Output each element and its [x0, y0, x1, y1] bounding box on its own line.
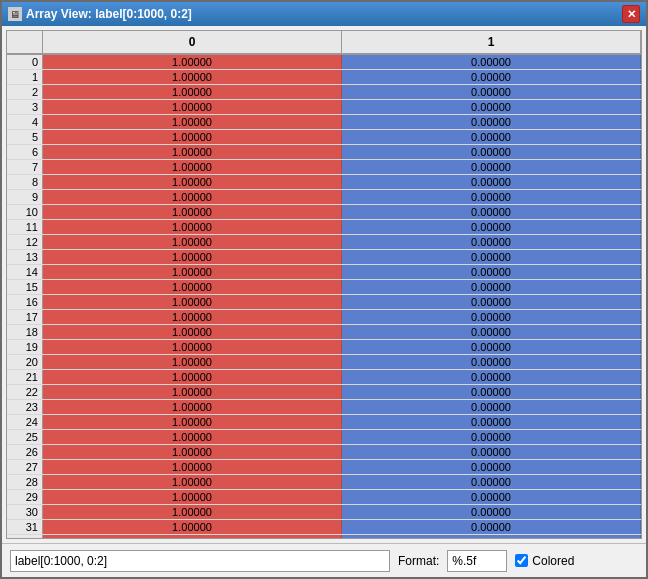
cell-col0: 1.00000 — [43, 175, 342, 189]
row-number: 5 — [7, 130, 43, 144]
row-number: 17 — [7, 310, 43, 324]
cell-col0: 1.00000 — [43, 505, 342, 519]
cell-col0: 1.00000 — [43, 475, 342, 489]
cell-col0: 1.00000 — [43, 325, 342, 339]
cell-col0: 1.00000 — [43, 400, 342, 414]
cell-col0: 1.00000 — [43, 235, 342, 249]
row-number: 12 — [7, 235, 43, 249]
cell-col0: 1.00000 — [43, 370, 342, 384]
row-number: 21 — [7, 370, 43, 384]
cell-col1: 0.00000 — [342, 325, 641, 339]
colored-checkbox[interactable] — [515, 554, 528, 567]
table-row: 141.000000.00000 — [7, 265, 641, 280]
cell-col1: 0.00000 — [342, 295, 641, 309]
table-row: 231.000000.00000 — [7, 400, 641, 415]
table-row: 171.000000.00000 — [7, 310, 641, 325]
table-row: 111.000000.00000 — [7, 220, 641, 235]
cell-col1: 0.00000 — [342, 250, 641, 264]
cell-col1: 0.00000 — [342, 445, 641, 459]
cell-col1: 0.00000 — [342, 520, 641, 534]
cell-col1: 0.00000 — [342, 310, 641, 324]
row-number: 1 — [7, 70, 43, 84]
row-number: 25 — [7, 430, 43, 444]
row-number: 0 — [7, 55, 43, 69]
cell-col0: 1.00000 — [43, 205, 342, 219]
row-number: 30 — [7, 505, 43, 519]
table-row: 71.000000.00000 — [7, 160, 641, 175]
row-number: 4 — [7, 115, 43, 129]
cell-col1: 0.00000 — [342, 145, 641, 159]
table-row: 211.000000.00000 — [7, 370, 641, 385]
cell-col0: 1.00000 — [43, 145, 342, 159]
cell-col0: 1.00000 — [43, 115, 342, 129]
cell-col1: 0.00000 — [342, 130, 641, 144]
row-number: 7 — [7, 160, 43, 174]
array-view-window: 🖥 Array View: label[0:1000, 0:2] ✕ 0 1 0… — [0, 0, 648, 579]
table-row: 61.000000.00000 — [7, 145, 641, 160]
colored-label: Colored — [532, 554, 574, 568]
row-number: 23 — [7, 400, 43, 414]
row-number: 6 — [7, 145, 43, 159]
row-number: 3 — [7, 100, 43, 114]
table-row: 241.000000.00000 — [7, 415, 641, 430]
table-row: 81.000000.00000 — [7, 175, 641, 190]
table-row: 101.000000.00000 — [7, 205, 641, 220]
cell-col1: 0.00000 — [342, 115, 641, 129]
cell-col0: 1.00000 — [43, 310, 342, 324]
format-label: Format: — [398, 554, 439, 568]
cell-col1: 0.00000 — [342, 85, 641, 99]
col-header-1: 1 — [342, 31, 641, 53]
cell-col1: 0.00000 — [342, 355, 641, 369]
table-header: 0 1 — [7, 31, 641, 55]
table-row: 21.000000.00000 — [7, 85, 641, 100]
cell-col0: 1.00000 — [43, 520, 342, 534]
title-bar-left: 🖥 Array View: label[0:1000, 0:2] — [8, 7, 192, 21]
cell-col1: 0.00000 — [342, 505, 641, 519]
table-row: 291.000000.00000 — [7, 490, 641, 505]
table-row: 151.000000.00000 — [7, 280, 641, 295]
cell-col0: 1.00000 — [43, 190, 342, 204]
cell-col0: 1.00000 — [43, 55, 342, 69]
row-number: 15 — [7, 280, 43, 294]
cell-col1: 0.00000 — [342, 370, 641, 384]
cell-col0: 1.00000 — [43, 130, 342, 144]
row-number: 13 — [7, 250, 43, 264]
table-row: 181.000000.00000 — [7, 325, 641, 340]
row-number: 19 — [7, 340, 43, 354]
row-number: 20 — [7, 355, 43, 369]
row-number: 10 — [7, 205, 43, 219]
label-input[interactable] — [10, 550, 390, 572]
row-number: 16 — [7, 295, 43, 309]
table-body[interactable]: 01.000000.0000011.000000.0000021.000000.… — [7, 55, 641, 538]
table-row: 11.000000.00000 — [7, 70, 641, 85]
cell-col0: 1.00000 — [43, 70, 342, 84]
table-row: 251.000000.00000 — [7, 430, 641, 445]
cell-col1: 0.00000 — [342, 490, 641, 504]
row-number: 11 — [7, 220, 43, 234]
close-button[interactable]: ✕ — [622, 5, 640, 23]
col-header-0: 0 — [43, 31, 342, 53]
cell-col0: 1.00000 — [43, 85, 342, 99]
format-input[interactable] — [447, 550, 507, 572]
cell-col1: 0.00000 — [342, 100, 641, 114]
table-row: 51.000000.00000 — [7, 130, 641, 145]
row-number: 26 — [7, 445, 43, 459]
cell-col0: 1.00000 — [43, 385, 342, 399]
window-icon: 🖥 — [8, 7, 22, 21]
cell-col1: 0.00000 — [342, 535, 641, 538]
table-row: 41.000000.00000 — [7, 115, 641, 130]
cell-col1: 0.00000 — [342, 205, 641, 219]
row-number: 9 — [7, 190, 43, 204]
cell-col1: 0.00000 — [342, 415, 641, 429]
colored-checkbox-area: Colored — [515, 554, 574, 568]
cell-col0: 1.00000 — [43, 340, 342, 354]
cell-col1: 0.00000 — [342, 160, 641, 174]
cell-col0: 1.00000 — [43, 445, 342, 459]
row-number: 29 — [7, 490, 43, 504]
cell-col0: 1.00000 — [43, 250, 342, 264]
table-row: 161.000000.00000 — [7, 295, 641, 310]
table-row: 261.000000.00000 — [7, 445, 641, 460]
cell-col1: 0.00000 — [342, 340, 641, 354]
window-title: Array View: label[0:1000, 0:2] — [26, 7, 192, 21]
table-row: 301.000000.00000 — [7, 505, 641, 520]
